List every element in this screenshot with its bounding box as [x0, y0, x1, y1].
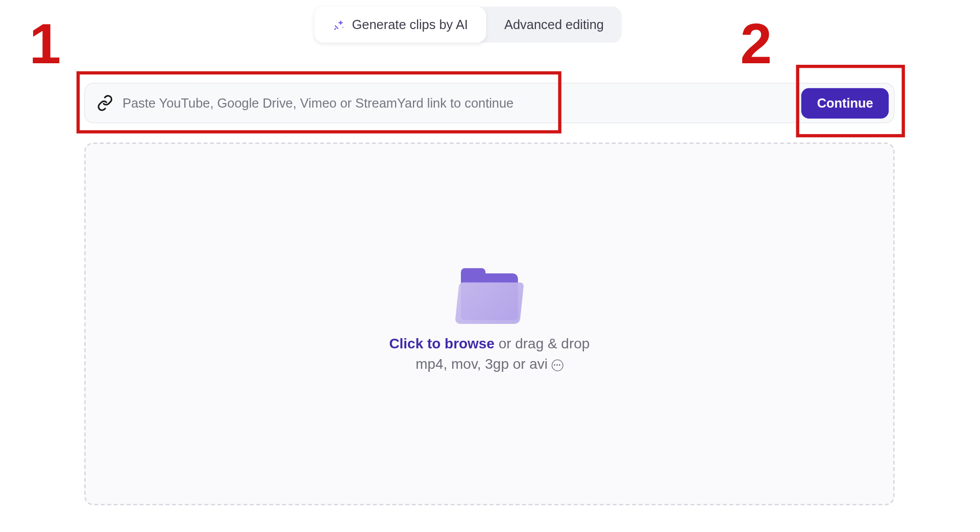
continue-button[interactable]: Continue	[801, 88, 889, 118]
file-dropzone[interactable]: Click to browse or drag & drop mp4, mov,…	[84, 142, 895, 505]
link-input-row: Continue	[84, 83, 895, 123]
annotation-number-1: 1	[29, 15, 61, 72]
drag-drop-label: or drag & drop	[495, 336, 590, 352]
dropzone-text: Click to browse or drag & drop mp4, mov,…	[389, 335, 590, 374]
tab-generate-clips[interactable]: Generate clips by AI	[314, 7, 486, 43]
tab-generate-label: Generate clips by AI	[352, 17, 468, 32]
link-icon	[96, 94, 113, 111]
tab-advanced-label: Advanced editing	[504, 17, 604, 32]
formats-label: mp4, mov, 3gp or avi	[415, 354, 548, 374]
tab-advanced-editing[interactable]: Advanced editing	[486, 7, 622, 43]
mode-tabs: Generate clips by AI Advanced editing	[314, 7, 622, 43]
click-to-browse-label: Click to browse	[389, 336, 494, 352]
folder-icon	[457, 273, 522, 324]
annotation-number-2: 2	[740, 15, 772, 72]
magic-wand-icon	[333, 18, 346, 31]
info-icon[interactable]	[552, 360, 564, 371]
video-url-input[interactable]	[113, 95, 801, 110]
svg-point-0	[342, 27, 344, 28]
